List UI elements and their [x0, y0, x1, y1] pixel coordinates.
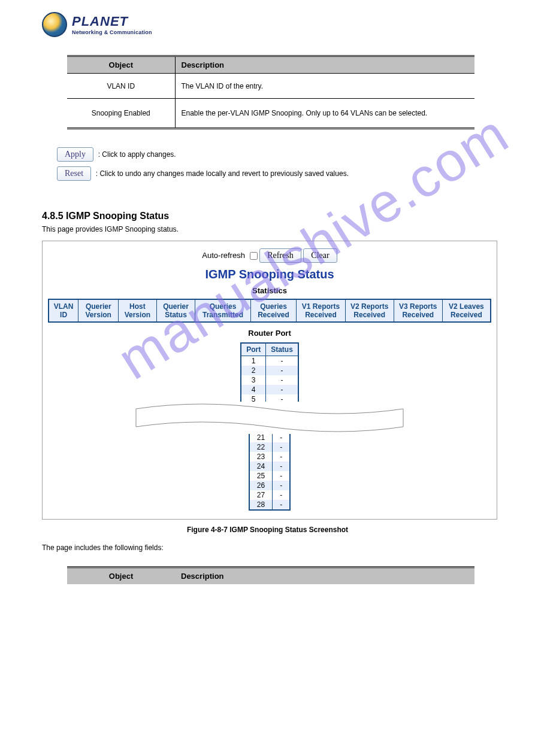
stats-col-querier-status: Querier Status: [156, 299, 195, 322]
status-cell: -: [266, 366, 298, 375]
refresh-button[interactable]: Refresh: [259, 248, 301, 263]
clear-button[interactable]: Clear: [303, 248, 337, 263]
brand-name: PLANET: [72, 14, 152, 29]
port-cell: 24: [249, 462, 273, 471]
status-cell: -: [273, 462, 291, 471]
status-cell: -: [273, 471, 291, 481]
statistics-table: VLAN ID Querier Version Host Version Que…: [48, 299, 491, 323]
port-cell: 26: [249, 481, 273, 490]
page-fields-text: The page includes the following fields:: [42, 544, 493, 552]
router-col-port: Port: [241, 343, 266, 356]
table-header-object: Object: [67, 56, 175, 74]
planet-globe-icon: [42, 12, 67, 37]
fields-col-object: Object: [67, 567, 175, 585]
status-cell: -: [273, 452, 291, 462]
stats-col-v1-reports: V1 Reports Received: [297, 299, 345, 322]
table-header-description: Description: [175, 56, 474, 74]
fields-table-header: Object Description: [67, 566, 474, 584]
row-desc: The VLAN ID of the entry.: [175, 74, 474, 99]
status-cell: -: [273, 500, 291, 510]
status-cell: -: [266, 356, 298, 366]
router-port-table: Port Status 1- 2- 3- 4- 5-: [240, 342, 299, 405]
stats-col-queries-tx: Queries Transmitted: [195, 299, 250, 322]
auto-refresh-checkbox[interactable]: [250, 252, 258, 260]
status-cell: -: [273, 442, 291, 452]
router-port-table-continued: 21- 22- 23- 24- 25- 26- 27- 28-: [249, 432, 291, 511]
igmp-status-panel: Auto-refresh Refresh Clear IGMP Snooping…: [42, 241, 497, 520]
stats-col-vlan-id: VLAN ID: [49, 299, 78, 322]
router-port-heading: Router Port: [47, 329, 492, 338]
object-description-table: Object Description Delete Check to delet…: [67, 55, 474, 129]
row-object: VLAN ID: [67, 74, 175, 99]
statistics-heading: Statistics: [47, 286, 492, 295]
stats-col-v2-leaves: V2 Leaves Received: [442, 299, 491, 322]
row-desc: Enable the per-VLAN IGMP Snooping. Only …: [175, 99, 474, 129]
port-cell: 2: [241, 366, 266, 375]
stats-col-v3-reports: V3 Reports Received: [394, 299, 442, 322]
section-heading: 4.8.5 IGMP Snooping Status: [42, 211, 493, 221]
port-cell: 27: [249, 490, 273, 500]
router-col-status: Status: [266, 343, 298, 356]
stats-col-queries-rx: Queries Received: [250, 299, 297, 322]
status-cell: -: [273, 481, 291, 490]
port-cell: 28: [249, 500, 273, 510]
table-ellipsis-cut: [135, 402, 404, 434]
stats-col-querier-version: Querier Version: [78, 299, 119, 322]
section-description: This page provides IGMP Snooping status.: [42, 225, 493, 233]
table-row: VLAN ID The VLAN ID of the entry.: [67, 74, 474, 99]
reset-note: : Click to undo any changes made locally…: [96, 169, 349, 178]
brand-tagline: Networking & Communication: [72, 29, 152, 35]
row-object: Snooping Enabled: [67, 99, 175, 129]
status-cell: -: [266, 375, 298, 385]
table-row: Snooping Enabled Enable the per-VLAN IGM…: [67, 99, 474, 129]
port-cell: 3: [241, 375, 266, 385]
brand-logo: PLANET Networking & Communication: [42, 12, 493, 37]
auto-refresh-label: Auto-refresh: [202, 251, 245, 260]
fields-col-description: Description: [175, 567, 474, 585]
port-cell: 1: [241, 356, 266, 366]
port-cell: 22: [249, 442, 273, 452]
apply-button[interactable]: Apply: [57, 147, 93, 162]
apply-note: : Click to apply changes.: [98, 150, 176, 159]
port-cell: 25: [249, 471, 273, 481]
status-cell: -: [273, 490, 291, 500]
panel-title: IGMP Snooping Status: [47, 268, 492, 281]
port-cell: 4: [241, 385, 266, 394]
reset-button[interactable]: Reset: [57, 166, 91, 181]
stats-col-host-version: Host Version: [119, 299, 156, 322]
figure-caption: Figure 4-8-7 IGMP Snooping Status Screen…: [42, 526, 493, 534]
stats-col-v2-reports: V2 Reports Received: [345, 299, 394, 322]
port-cell: 23: [249, 452, 273, 462]
status-cell: -: [266, 385, 298, 394]
